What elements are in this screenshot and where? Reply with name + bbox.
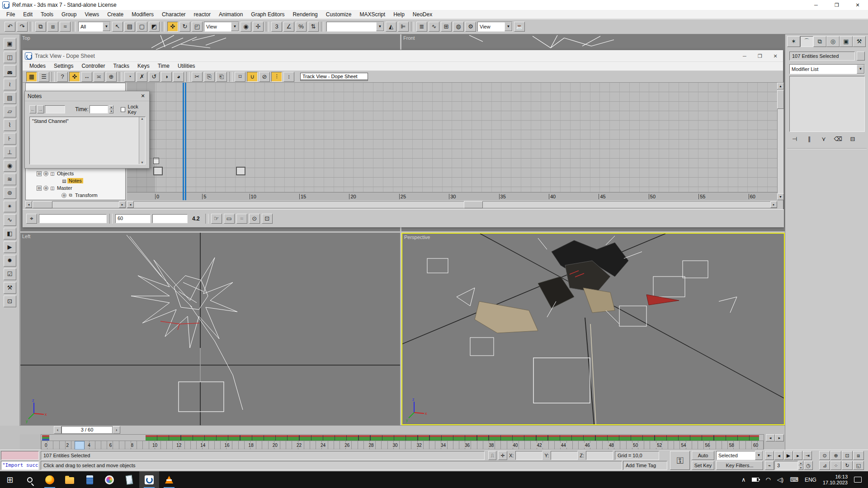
select-and-rotate-button[interactable]: ↻: [179, 22, 190, 32]
menu-item[interactable]: Create: [104, 10, 127, 19]
copy-time-button[interactable]: ⎘: [204, 72, 215, 82]
trackbar-prev-icon[interactable]: ◂: [766, 434, 775, 441]
pan-icon[interactable]: ☞: [211, 214, 222, 224]
toolbar-separator[interactable]: [162, 22, 165, 32]
menu-item[interactable]: Modes: [25, 62, 50, 70]
tree-circle-toggle[interactable]: ⊖: [43, 186, 48, 191]
tree-expand-toggle[interactable]: ⊟: [37, 171, 42, 176]
toolbar-separator[interactable]: [73, 22, 76, 32]
scrollbar-thumb[interactable]: [464, 201, 483, 208]
taskbar-paint[interactable]: [99, 471, 119, 488]
pan-button[interactable]: ⁘: [830, 461, 841, 470]
maximize-button[interactable]: ❐: [826, 0, 847, 10]
tree-circle-toggle[interactable]: ⊖: [61, 193, 66, 198]
taskbar-calculator[interactable]: [80, 471, 99, 488]
percent-snap-toggle[interactable]: %: [296, 22, 307, 32]
tree-horizontal-scrollbar[interactable]: ◂ ▸: [25, 201, 126, 208]
maxscript-mini-listener-output[interactable]: "Import succe: [1, 461, 39, 470]
reactor-motor-button[interactable]: ◉: [4, 160, 16, 172]
tab-utilities[interactable]: ⚒: [853, 36, 866, 47]
play-button[interactable]: ▶: [784, 451, 793, 460]
menu-item[interactable]: Views: [81, 10, 103, 19]
close-button[interactable]: ✕: [847, 0, 868, 10]
reactor-rope-collection-button[interactable]: ≀: [4, 79, 16, 90]
min-max-toggle-button[interactable]: ◱: [853, 461, 864, 470]
tab-motion[interactable]: ◎: [826, 36, 840, 47]
spinner-snap-toggle[interactable]: ⇅: [308, 22, 319, 32]
absolute-offset-toggle[interactable]: ✛: [498, 451, 507, 460]
show-keyable-icons-button[interactable]: ⊘: [259, 72, 270, 82]
scroll-left-icon[interactable]: ◂: [25, 201, 32, 208]
move-keys-button[interactable]: ✜: [69, 72, 80, 82]
redo-button[interactable]: ↷: [17, 22, 28, 32]
toolbar-separator[interactable]: [30, 22, 33, 32]
tab-modify[interactable]: ⌒: [800, 36, 813, 47]
window-crossing-toggle[interactable]: ◩: [149, 22, 160, 32]
toolbar-separator[interactable]: [52, 72, 55, 82]
menu-item[interactable]: NeoDex: [409, 10, 436, 19]
modifier-list-dropdown[interactable]: Modifier List ▼: [789, 64, 865, 74]
toolbar-separator[interactable]: [411, 22, 414, 32]
scrollbar-thumb[interactable]: [33, 201, 52, 208]
language-indicator[interactable]: ENG: [805, 477, 816, 483]
time-field[interactable]: [90, 105, 108, 113]
zoom-icon[interactable]: ⊙: [249, 214, 260, 224]
viewport-left[interactable]: zxy Left: [20, 233, 400, 425]
menu-item[interactable]: Help: [390, 10, 408, 19]
go-to-end-button[interactable]: ⇥: [803, 451, 812, 460]
cut-time-button[interactable]: ✂: [192, 72, 203, 82]
counter-prev-button[interactable]: ‹: [54, 426, 61, 434]
reactor-wind-button[interactable]: ≋: [4, 174, 16, 185]
unlink-selection-button[interactable]: ⧈: [47, 22, 58, 32]
tab-display[interactable]: ▣: [840, 36, 853, 47]
frame-spinner[interactable]: ▲ ▼: [798, 461, 803, 470]
edit-keys-button[interactable]: ▦: [26, 72, 37, 82]
select-key-stats-icon[interactable]: ⌖: [26, 214, 37, 224]
select-object-button[interactable]: ↖: [112, 22, 123, 32]
note-scrollbar[interactable]: ▲ ▼: [139, 117, 145, 164]
schematic-view-button[interactable]: ⊞: [441, 22, 452, 32]
viewport-perspective[interactable]: zxy Perspective: [401, 233, 785, 425]
pin-stack-button[interactable]: ⊣: [789, 135, 800, 145]
select-and-manipulate-button[interactable]: ✢: [253, 22, 264, 32]
key-mode-toggle[interactable]: ⌁: [765, 461, 774, 470]
zoom-extents-button[interactable]: ⊡: [842, 451, 853, 460]
menu-item[interactable]: reactor: [190, 10, 214, 19]
previous-note-button[interactable]: ←: [29, 105, 36, 113]
modify-subtree-button[interactable]: ⫶: [271, 72, 282, 82]
reactor-linear-dashpot-button[interactable]: ⊦: [4, 133, 16, 145]
align-button[interactable]: ⊫: [398, 22, 409, 32]
taskbar-explorer[interactable]: [60, 471, 80, 488]
menu-item[interactable]: Edit: [19, 10, 36, 19]
reactor-preview-animation-button[interactable]: ▶: [4, 241, 16, 253]
tab-create[interactable]: ✶: [787, 36, 800, 47]
select-time-button[interactable]: ◔: [124, 72, 135, 82]
reactor-property-editor-button[interactable]: ⊡: [4, 296, 16, 307]
tree-circle-toggle[interactable]: ⊖: [43, 171, 48, 176]
scrollbar-thumb[interactable]: [777, 90, 784, 109]
zoom-extents-all-button[interactable]: ⧈: [853, 451, 864, 460]
wifi-icon[interactable]: ◠: [765, 476, 770, 483]
field-of-view-button[interactable]: ⊿: [819, 461, 830, 470]
tab-hierarchy[interactable]: ⧉: [813, 36, 826, 47]
lock-selection-button[interactable]: ⌑: [235, 72, 245, 82]
menu-item[interactable]: Rendering: [289, 10, 321, 19]
curve-editor-button[interactable]: ∿: [429, 22, 439, 32]
go-to-start-button[interactable]: ⇤: [765, 451, 774, 460]
reactor-plane-button[interactable]: ▱: [4, 106, 16, 117]
angle-snap-toggle[interactable]: ∠: [283, 22, 294, 32]
select-and-scale-button[interactable]: ◰: [192, 22, 203, 32]
snaps-toggle-3d[interactable]: 3: [271, 22, 282, 32]
zoom-value-extents-icon[interactable]: ≈: [236, 214, 247, 224]
notes-dialog-titlebar[interactable]: Notes ✕: [25, 91, 149, 101]
dope-sheet-grid[interactable]: 051015202530354045505560: [127, 83, 777, 200]
tree-item-objects[interactable]: ⊟ ⊖ ◫ Objects: [26, 170, 125, 177]
reactor-water-button[interactable]: ∿: [4, 214, 16, 226]
minimize-button[interactable]: ─: [737, 50, 752, 61]
configure-modifier-sets-button[interactable]: ⊟: [847, 135, 858, 145]
time-configuration-button[interactable]: ◷: [804, 461, 813, 470]
use-pivot-point-center-button[interactable]: ◉: [241, 22, 251, 32]
set-keys-button[interactable]: ⚿: [670, 451, 690, 470]
trackbar-key-range[interactable]: [146, 435, 759, 441]
next-note-button[interactable]: →: [37, 105, 44, 113]
